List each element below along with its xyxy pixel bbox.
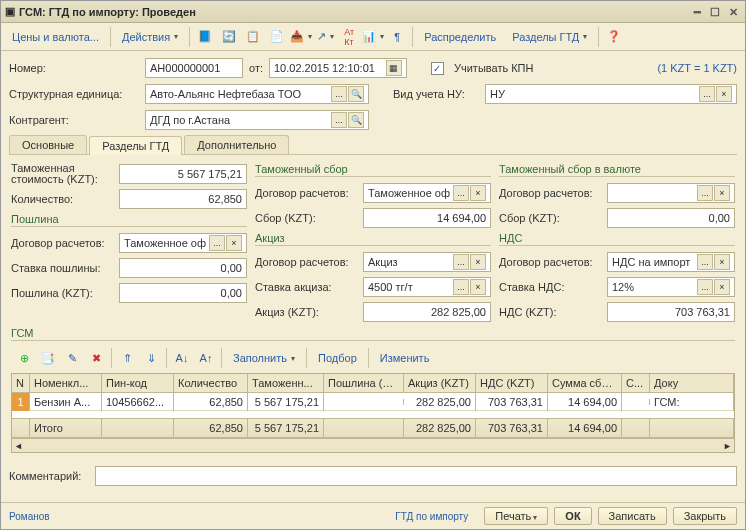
maximize-icon[interactable]: ☐ — [707, 5, 723, 19]
pick-button[interactable]: Подбор — [311, 349, 364, 367]
refresh-icon[interactable]: 🔄 — [218, 26, 240, 48]
separator — [412, 27, 413, 47]
duty-amount-input[interactable]: 0,00 — [119, 283, 247, 303]
basis-icon[interactable]: 📥 — [290, 26, 312, 48]
moveup-icon[interactable]: ⇑ — [116, 347, 138, 369]
prices-button[interactable]: Цены и валюта... — [5, 28, 106, 46]
sortasc-icon[interactable]: A↓ — [171, 347, 193, 369]
fill-button[interactable]: Заполнить — [226, 349, 302, 367]
excise-contract-label: Договор расчетов: — [255, 256, 359, 268]
view-label: Вид учета НУ: — [393, 88, 479, 100]
report-icon[interactable]: 📋 — [242, 26, 264, 48]
lookup-icon[interactable]: 🔍 — [348, 86, 364, 102]
rate-note: (1 KZT = 1 KZT) — [657, 62, 737, 74]
select-icon[interactable]: ... — [699, 86, 715, 102]
comment-input[interactable] — [95, 466, 737, 486]
excise-amount-label: Акциз (KZT): — [255, 306, 359, 318]
grid-footer: Итого 62,850 5 567 175,21 282 825,00 703… — [12, 418, 734, 438]
save-button[interactable]: Записать — [598, 507, 667, 525]
help-icon[interactable]: ❓ — [603, 26, 625, 48]
table-row[interactable]: 1 Бензин А... 10456662... 62,850 5 567 1… — [12, 393, 734, 411]
date-picker-icon[interactable]: ▦ — [386, 60, 402, 76]
close-icon[interactable]: ✕ — [725, 5, 741, 19]
movedown-icon[interactable]: ⇓ — [140, 347, 162, 369]
qty-input[interactable]: 62,850 — [119, 189, 247, 209]
comment-label: Комментарий: — [9, 470, 89, 482]
fee-contract-input[interactable]: Таможенное оф...× — [363, 183, 491, 203]
number-label: Номер: — [9, 62, 139, 74]
vat-contract-label: Договор расчетов: — [499, 256, 603, 268]
duty-heading: Пошлина — [11, 213, 247, 227]
goto-icon[interactable]: ↗ — [314, 26, 336, 48]
h-scrollbar[interactable]: ◄► — [12, 438, 734, 452]
post-icon[interactable]: 📘 — [194, 26, 216, 48]
vat-rate-input[interactable]: 12%...× — [607, 277, 735, 297]
contragent-input[interactable]: ДГД по г.Астана...🔍 — [145, 110, 369, 130]
vat-heading: НДС — [499, 232, 735, 246]
qty-label: Количество: — [11, 193, 115, 205]
from-label: от: — [249, 62, 263, 74]
grid[interactable]: N Номенкл... Пин-код Количество Таможенн… — [11, 373, 735, 453]
add-icon[interactable]: ⊕ — [13, 347, 35, 369]
excise-contract-input[interactable]: Акциз...× — [363, 252, 491, 272]
grid-header: N Номенкл... Пин-код Количество Таможенн… — [12, 374, 734, 393]
select-icon[interactable]: ... — [331, 86, 347, 102]
number-input[interactable]: АН000000001 — [145, 58, 243, 78]
vat-rate-label: Ставка НДС: — [499, 281, 603, 293]
app-icon: ▣ — [5, 5, 15, 18]
status-mode[interactable]: ГТД по импорту — [395, 511, 468, 522]
addcopy-icon[interactable]: 📑 — [37, 347, 59, 369]
tab-extra[interactable]: Дополнительно — [184, 135, 289, 154]
distribute-button[interactable]: Распределить — [417, 28, 503, 46]
select-icon[interactable]: ... — [331, 112, 347, 128]
sections-menu[interactable]: Разделы ГТД — [505, 28, 594, 46]
clear-icon[interactable]: × — [716, 86, 732, 102]
fee-input[interactable]: 14 694,00 — [363, 208, 491, 228]
vat-amount-input[interactable]: 703 763,31 — [607, 302, 735, 322]
fee-fx-contract-input[interactable]: ...× — [607, 183, 735, 203]
sortdesc-icon[interactable]: A↑ — [195, 347, 217, 369]
excise-heading: Акциз — [255, 232, 491, 246]
separator — [598, 27, 599, 47]
contragent-label: Контрагент: — [9, 114, 139, 126]
struct-icon[interactable]: 📊 — [362, 26, 384, 48]
delete-icon[interactable]: ✖ — [85, 347, 107, 369]
fee-fx-heading: Таможенный сбор в валюте — [499, 163, 735, 177]
edit-icon[interactable]: ✎ — [61, 347, 83, 369]
duty-rate-input[interactable]: 0,00 — [119, 258, 247, 278]
close-button[interactable]: Закрыть — [673, 507, 737, 525]
grid-title: ГСМ — [11, 327, 735, 341]
kpn-label: Учитывать КПН — [454, 62, 534, 74]
fee-heading: Таможенный сбор — [255, 163, 491, 177]
duty-amount-label: Пошлина (KZT): — [11, 287, 115, 299]
unit-input[interactable]: Авто-Альянс Нефтебаза ТОО...🔍 — [145, 84, 369, 104]
excise-rate-input[interactable]: 4500 тг/т...× — [363, 277, 491, 297]
fee-fx-label: Сбор (KZT): — [499, 212, 603, 224]
change-button[interactable]: Изменить — [373, 349, 437, 367]
view-input[interactable]: НУ...× — [485, 84, 737, 104]
ok-button[interactable]: ОК — [554, 507, 591, 525]
vat-amount-label: НДС (KZT): — [499, 306, 603, 318]
window-title: ГСМ: ГТД по импорту: Проведен — [15, 6, 687, 18]
vat-contract-input[interactable]: НДС на импорт...× — [607, 252, 735, 272]
print-button[interactable]: Печать — [484, 507, 548, 525]
create-icon[interactable]: 📄 — [266, 26, 288, 48]
minimize-icon[interactable]: ━ — [689, 5, 705, 19]
cost-label: Таможенная стоимость (KZT): — [11, 163, 115, 185]
excise-amount-input[interactable]: 282 825,00 — [363, 302, 491, 322]
cost-input[interactable]: 5 567 175,21 — [119, 164, 247, 184]
separator — [189, 27, 190, 47]
tab-sections[interactable]: Разделы ГТД — [89, 136, 182, 155]
duty-contract-input[interactable]: Таможенное оф...× — [119, 233, 247, 253]
dt-kt-icon[interactable]: АтКт — [338, 26, 360, 48]
unit-label: Структурная единица: — [9, 88, 139, 100]
separator — [110, 27, 111, 47]
kpn-checkbox[interactable]: ✓ — [431, 62, 444, 75]
fee-fx-input[interactable]: 0,00 — [607, 208, 735, 228]
actions-menu[interactable]: Действия — [115, 28, 185, 46]
lookup-icon[interactable]: 🔍 — [348, 112, 364, 128]
tab-main[interactable]: Основные — [9, 135, 87, 154]
date-input[interactable]: 10.02.2015 12:10:01▦ — [269, 58, 407, 78]
extra-icon[interactable]: ¶ — [386, 26, 408, 48]
status-user[interactable]: Романов — [9, 511, 50, 522]
